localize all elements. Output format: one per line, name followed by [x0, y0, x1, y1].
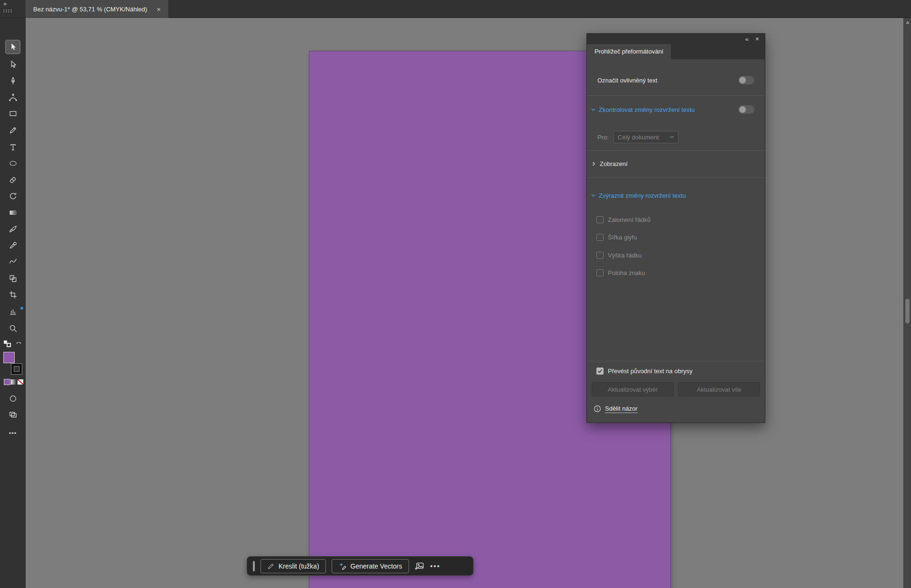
generate-vectors-label: Generate Vectors: [351, 562, 402, 570]
type-tool[interactable]: [6, 140, 20, 154]
overlapping-shapes-icon: [9, 274, 18, 283]
update-all-button[interactable]: Aktualizovat vše: [678, 382, 760, 396]
rotate-view-tool[interactable]: [6, 189, 20, 202]
stroke-swatch[interactable]: [11, 364, 22, 374]
highlight-section-row[interactable]: Zvýraznit změny rozvržení textu: [587, 188, 765, 203]
illustrator-app: » Bez názvu-1* @ 53,71 % (CMYK/Náhled) ×: [0, 0, 911, 588]
scrollbar-thumb[interactable]: [905, 299, 910, 323]
shaper-squiggle-icon: [9, 257, 18, 266]
for-scope-row: Pro: Celý dokument: [587, 129, 765, 145]
gradient-tool[interactable]: [6, 206, 20, 219]
draw-pencil-button[interactable]: Kreslit (tužka): [260, 559, 326, 573]
document-close-icon[interactable]: ×: [157, 6, 161, 13]
vertical-scrollbar[interactable]: [903, 18, 911, 588]
curvature-tool[interactable]: [6, 91, 20, 104]
eraser-tool[interactable]: [6, 173, 20, 186]
checkbox[interactable]: [596, 269, 604, 276]
chevron-down-icon: [669, 135, 674, 139]
none-button[interactable]: [18, 379, 23, 385]
highlight-section-label[interactable]: Zvýraznit změny rozvržení textu: [599, 192, 686, 199]
color-type-buttons: [4, 379, 23, 385]
graph-icon: [9, 307, 18, 316]
divider: [587, 150, 765, 151]
panel-collapse-icon[interactable]: «: [745, 36, 749, 42]
rectangle-tool[interactable]: [6, 107, 20, 120]
panel-tab-title[interactable]: Prohlížeč přeformátování: [587, 44, 671, 59]
dashed-ellipse-icon: [9, 159, 18, 168]
taskbar-drag-handle-icon[interactable]: [253, 561, 255, 571]
check-icon: [597, 368, 603, 374]
pencil-tool[interactable]: [6, 123, 20, 137]
checkbox-row-line-breaks[interactable]: Zalomení řádků: [587, 214, 765, 225]
fill-swatch[interactable]: [4, 352, 14, 363]
draw-mode-icon: [9, 394, 18, 403]
add-image-button[interactable]: [415, 561, 425, 571]
checkbox[interactable]: [596, 234, 604, 241]
toolbar-collapse-icon[interactable]: »: [3, 0, 7, 7]
mark-affected-label: Označit ovlivněný text: [597, 77, 657, 84]
divider: [587, 95, 765, 96]
toolbar-header: »: [0, 0, 26, 18]
screen-mode-button[interactable]: [6, 408, 20, 421]
pen-tool[interactable]: [6, 74, 20, 87]
check-layout-section-label[interactable]: Zkontrolovat změny rozvržení textu: [599, 106, 695, 113]
color-button[interactable]: [4, 379, 10, 385]
selection-tool[interactable]: [6, 40, 20, 54]
eyedropper-icon: [9, 241, 18, 250]
update-selection-button[interactable]: Aktualizovat výběr: [592, 382, 674, 396]
panel-tab-bar: Prohlížeč přeformátování: [587, 44, 765, 59]
artboard-tool[interactable]: [6, 288, 20, 301]
default-fill-stroke-icon[interactable]: [4, 340, 11, 347]
checkbox-row-character-position[interactable]: Poloha znaku: [587, 267, 765, 278]
checkbox-label: Poloha znaku: [608, 269, 645, 276]
toggle-knob: [739, 77, 746, 83]
toggle-knob: [739, 106, 746, 113]
rectangle-icon: [9, 109, 18, 118]
convert-outlines-label: Převést původní text na obrysy: [608, 368, 692, 375]
lasso-tool[interactable]: [6, 156, 20, 170]
checkbox-checked[interactable]: [596, 368, 604, 375]
display-section-label[interactable]: Zobrazení: [600, 160, 628, 167]
generate-vectors-button[interactable]: Generate Vectors: [332, 559, 409, 573]
document-tab-title: Bez názvu-1* @ 53,71 % (CMYK/Náhled): [33, 6, 147, 13]
new-feature-dot-icon: [20, 307, 23, 310]
mark-affected-row: Označit ovlivněný text: [587, 73, 765, 88]
feedback-row[interactable]: Sdělit názor: [587, 404, 765, 414]
paintbrush-tool[interactable]: [6, 222, 20, 236]
convert-outlines-row[interactable]: Převést původní text na obrysy: [587, 366, 765, 376]
toolbar-grip-icon[interactable]: [3, 9, 13, 13]
check-layout-toggle[interactable]: [738, 105, 754, 114]
for-scope-select[interactable]: Celý dokument: [614, 131, 679, 143]
taskbar-more-icon[interactable]: •••: [430, 562, 441, 570]
panel-close-icon[interactable]: ×: [755, 36, 759, 42]
divider: [587, 177, 765, 178]
canvas-area[interactable]: [26, 18, 911, 588]
feedback-link[interactable]: Sdělit názor: [605, 405, 638, 413]
direct-selection-arrow-icon: [9, 60, 18, 69]
default-stroke-swatch: [7, 343, 11, 347]
update-buttons-row: Aktualizovat výběr Aktualizovat vše: [587, 382, 765, 396]
panel-body: Označit ovlivněný text Zkontrolovat změn…: [587, 59, 765, 423]
mark-affected-toggle[interactable]: [738, 76, 754, 84]
document-tab[interactable]: Bez názvu-1* @ 53,71 % (CMYK/Náhled) ×: [26, 0, 169, 18]
checkbox[interactable]: [596, 252, 604, 259]
eyedropper-tool[interactable]: [6, 239, 20, 252]
fill-stroke-indicator: [4, 352, 22, 374]
checkbox-row-glyph-width[interactable]: Šířka glyfu: [587, 232, 765, 242]
toolbar-more-icon[interactable]: •••: [0, 430, 26, 437]
image-plus-icon: [415, 561, 425, 571]
checkbox[interactable]: [596, 216, 604, 223]
graph-tool[interactable]: [6, 304, 20, 318]
gradient-button[interactable]: [11, 379, 17, 385]
symbol-tool[interactable]: [6, 272, 20, 285]
check-layout-section-row[interactable]: Zkontrolovat změny rozvržení textu: [587, 102, 765, 117]
shaper-tool[interactable]: [6, 255, 20, 268]
checkbox-row-line-height[interactable]: Výška řádku: [587, 250, 765, 260]
display-section-row[interactable]: Zobrazení: [587, 156, 765, 171]
direct-selection-tool[interactable]: [6, 58, 20, 71]
scroll-up-arrow-icon[interactable]: [906, 21, 910, 24]
swap-fill-stroke-icon[interactable]: [15, 340, 22, 349]
draw-pencil-label: Kreslit (tužka): [279, 562, 319, 570]
draw-mode-button[interactable]: [6, 392, 20, 405]
zoom-tool[interactable]: [6, 322, 20, 335]
